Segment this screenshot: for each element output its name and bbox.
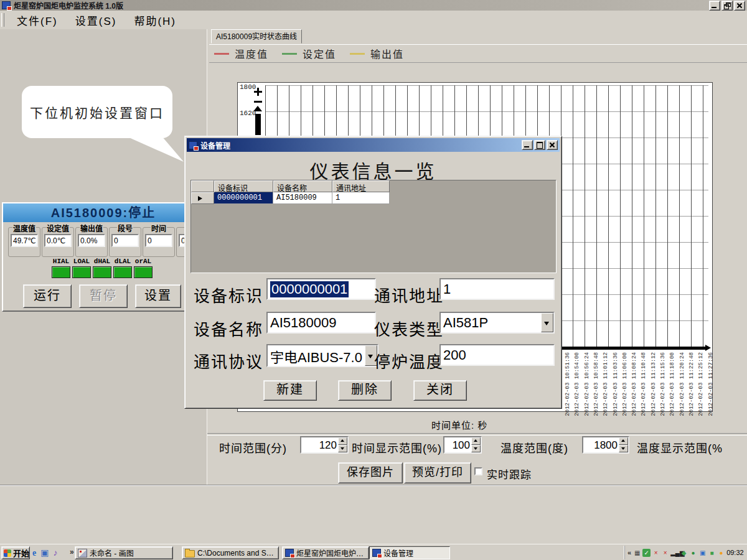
window-titlebar[interactable]: 炬星窑炉国炬电炉监控系统 1.0版 — [0, 0, 747, 11]
legend-item: 温度值 — [214, 46, 268, 61]
stop-temp-input[interactable]: 200 — [439, 344, 555, 366]
device-field-value: 0 — [111, 234, 139, 247]
time-unit-label: 时间单位: 秒 — [431, 418, 487, 431]
spin-up-icon[interactable] — [619, 437, 628, 445]
grid-cell[interactable]: AI5180009 — [273, 192, 332, 204]
signal-bars-icon[interactable]: ▂▄▆ — [670, 549, 679, 557]
grid-cell[interactable]: 0000000001 — [214, 192, 273, 204]
spin-down-icon[interactable] — [471, 445, 481, 452]
time-display-range-spinner[interactable]: 100 — [443, 436, 482, 454]
spin-up-icon[interactable] — [338, 437, 347, 445]
taskbar-task-label: C:\Documents and Se... — [197, 549, 276, 558]
settings-button[interactable]: 设置 — [135, 284, 181, 308]
restore-button[interactable] — [721, 1, 733, 11]
quick-launch-overflow-chevron[interactable]: » — [70, 548, 74, 556]
realtime-track-checkbox[interactable] — [474, 467, 482, 475]
delete-button[interactable]: 删除 — [338, 380, 392, 401]
grid-header-cell[interactable]: 设备名称 — [273, 180, 332, 192]
new-button[interactable]: 新建 — [263, 380, 317, 401]
time-range-value[interactable]: 120 — [301, 437, 338, 452]
keyboard-icon[interactable]: ▦ — [633, 549, 641, 557]
shield-icon[interactable]: ● — [689, 549, 697, 557]
meter-type-select[interactable]: AI581P — [439, 312, 555, 334]
start-button[interactable]: 开始 — [1, 546, 30, 559]
dialog-maximize-button[interactable] — [534, 140, 545, 150]
close-dialog-button[interactable]: 关闭 — [413, 380, 467, 401]
spin-down-icon[interactable] — [338, 445, 347, 452]
x-axis-tick-label: 2012-02-03 11:01:12 — [603, 352, 609, 416]
y-axis-slider[interactable] — [255, 114, 261, 135]
graphics-tray-icon[interactable]: ◆ — [680, 549, 688, 557]
tab-realtime-curve[interactable]: AI5180009实时状态曲线 — [211, 29, 302, 44]
audio-muted-icon[interactable]: × — [661, 549, 669, 557]
run-button[interactable]: 运行 — [23, 284, 72, 308]
separator — [207, 433, 747, 436]
legend-series-label: 输出值 — [370, 46, 404, 61]
zoom-out-icon[interactable] — [254, 101, 262, 103]
menu-item[interactable]: 文件(F) — [8, 12, 67, 28]
legend-dash-icon — [214, 53, 229, 55]
device-name-input[interactable]: AI5180009 — [266, 312, 376, 334]
quick-launch-bar: e▣♪ — [32, 546, 57, 559]
protocol-label: 通讯协议 — [194, 349, 263, 372]
hide-icons-chevron[interactable]: « — [627, 549, 631, 556]
messenger-icon[interactable]: ■ — [708, 549, 716, 557]
device-field-label: 设定值 — [46, 223, 70, 233]
desktop-icon[interactable]: ▣ — [40, 548, 49, 558]
close-button[interactable] — [734, 1, 745, 11]
taskbar-task[interactable]: 炬星窑炉国炬电炉监... — [282, 546, 369, 559]
dialog-title: 设备管理 — [200, 140, 520, 151]
minimize-icon — [712, 7, 716, 8]
media-player-icon[interactable]: ♪ — [53, 548, 57, 558]
taskbar-task[interactable]: C:\Documents and Se... — [182, 546, 279, 559]
comm-address-input[interactable]: 1 — [439, 278, 555, 300]
meter-type-label: 仪表类型 — [374, 317, 444, 340]
grid-header-cell[interactable]: 设备标识 — [214, 180, 273, 192]
menu-bar: 文件(F)设置(S)帮助(H) — [0, 11, 747, 30]
dialog-titlebar[interactable]: 设备管理 — [187, 138, 560, 152]
minimize-button[interactable] — [709, 1, 720, 11]
time-display-range-value[interactable]: 100 — [444, 437, 471, 452]
grid-header-cell[interactable]: 通讯地址 — [332, 180, 390, 192]
spin-up-icon[interactable] — [471, 437, 481, 445]
time-range-spinner[interactable]: 120 — [300, 436, 349, 454]
time-range-label: 时间范围(分) — [219, 439, 287, 455]
menu-item[interactable]: 帮助(H) — [125, 12, 185, 28]
taskbar-task-label: 炬星窑炉国炬电炉监... — [296, 548, 366, 558]
dialog-close-button[interactable] — [547, 140, 558, 150]
update-icon[interactable]: ● — [717, 549, 725, 557]
device-id-input[interactable]: 0000000001 — [266, 278, 376, 300]
spin-down-icon[interactable] — [619, 445, 628, 452]
taskbar-task[interactable]: 未命名 - 画图 — [75, 546, 173, 559]
x-axis-tick-label: 2012-02-03 10:54:00 — [574, 352, 580, 416]
protocol-select[interactable]: 宇电AIBUS-7.0 — [266, 344, 378, 367]
grid-header-cell[interactable] — [191, 180, 214, 192]
preview-print-button[interactable]: 预览/打印 — [404, 462, 471, 483]
temp-range-value[interactable]: 1800 — [583, 437, 619, 452]
device-table[interactable]: 设备标识设备名称通讯地址0000000001AI51800091 — [190, 180, 557, 273]
grid-cell[interactable]: 1 — [332, 192, 390, 204]
ie-icon[interactable]: e — [32, 548, 36, 558]
y-axis-tick-label: 1800 — [240, 83, 256, 91]
volume-muted-icon[interactable]: × — [652, 549, 660, 557]
grid-data-row[interactable]: 0000000001AI51800091 — [191, 192, 556, 204]
realtime-track-label: 实时跟踪 — [487, 466, 532, 482]
save-image-button[interactable]: 保存图片 — [338, 462, 403, 483]
x-axis-tick-label: 2012-02-03 11:08:24 — [631, 352, 637, 416]
x-axis-tick-label: 2012-02-03 11:18:00 — [669, 352, 675, 416]
sync-tray-icon[interactable]: ▣ — [698, 549, 707, 557]
legend-dash-icon — [282, 53, 297, 55]
footer: 炬星窑炉国炬电炉 juxingyaolu-guojudianlu ★ ★ ★ ★… — [0, 485, 747, 544]
alarm-label: HIAL — [52, 258, 70, 265]
alarm-led-icon — [134, 266, 153, 278]
alarm-indicator: dLAL — [113, 258, 132, 278]
dialog-minimize-button[interactable] — [522, 140, 533, 150]
menu-item[interactable]: 设置(S) — [67, 12, 126, 28]
antivirus-icon[interactable]: ✓ — [642, 549, 651, 557]
chevron-down-icon[interactable] — [541, 313, 553, 332]
menu-grip[interactable] — [1, 13, 4, 27]
taskbar-task[interactable]: 设备管理 — [369, 546, 450, 559]
temp-range-spinner[interactable]: 1800 — [582, 436, 629, 454]
dialog-icon — [189, 141, 197, 149]
selected-text: 0000000001 — [270, 281, 349, 297]
